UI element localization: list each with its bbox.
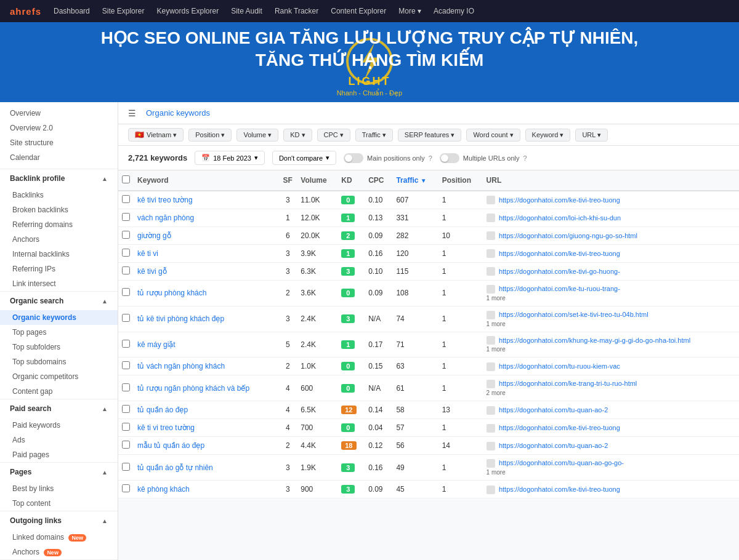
sidebar-item-backlinks[interactable]: Backlinks — [0, 188, 118, 202]
row-cpc-4: 0.10 — [365, 263, 392, 281]
nav-keywords-explorer[interactable]: Keywords Explorer — [156, 7, 219, 15]
filter-traffic[interactable]: Traffic ▾ — [355, 129, 393, 142]
row-kd-6: 3 — [337, 306, 365, 332]
hero-banner: HỌC SEO ONLINE GIA TĂNG LƯU LƯỢNG TRUY C… — [0, 22, 739, 102]
sidebar-item-content-gap[interactable]: Content gap — [0, 384, 118, 399]
main-positions-toggle[interactable] — [344, 153, 363, 163]
sidebar-section-organic-header[interactable]: Organic search ▲ — [0, 292, 118, 310]
sidebar-item-top-subdomains[interactable]: Top subdomains — [0, 354, 118, 369]
row-checkbox-10[interactable] — [118, 401, 134, 419]
nav-more[interactable]: More ▾ — [398, 7, 421, 15]
row-kd-5: 0 — [337, 281, 365, 306]
col-volume[interactable]: Volume — [297, 170, 337, 191]
col-traffic[interactable]: Traffic ▼ — [392, 170, 438, 191]
sidebar-item-overview[interactable]: Overview — [0, 106, 118, 121]
row-traffic-14: 45 — [392, 481, 438, 498]
col-keyword[interactable]: Keyword — [134, 170, 278, 191]
sidebar-section-pages-header[interactable]: Pages ▲ — [0, 463, 118, 481]
keywords-table: Keyword SF Volume KD CPC Traffic ▼ Posit… — [118, 170, 739, 498]
filter-keyword[interactable]: Keyword ▾ — [525, 129, 571, 142]
row-url-5: https://dogonhatoi.com/ke-tu-ruou-trang-… — [483, 281, 739, 306]
row-sf-10: 4 — [278, 401, 297, 419]
nav-site-audit[interactable]: Site Audit — [231, 7, 262, 15]
col-cpc[interactable]: CPC — [365, 170, 392, 191]
row-sf-2: 6 — [278, 227, 297, 245]
sidebar-item-referring-domains[interactable]: Referring domains — [0, 217, 118, 232]
nav-content-explorer[interactable]: Content Explorer — [331, 7, 386, 15]
row-volume-9: 600 — [297, 375, 337, 401]
row-checkbox-1[interactable] — [118, 209, 134, 227]
filter-volume[interactable]: Volume ▾ — [236, 129, 278, 142]
row-cpc-13: 0.16 — [365, 455, 392, 481]
row-checkbox-13[interactable] — [118, 455, 134, 481]
sidebar-item-link-intersect[interactable]: Link intersect — [0, 276, 118, 291]
row-keyword-8: tủ vách ngăn phòng khách — [134, 358, 278, 375]
row-sf-4: 3 — [278, 263, 297, 281]
sidebar-section-outgoing-header[interactable]: Outgoing links ▲ — [0, 511, 118, 530]
col-url[interactable]: URL — [483, 170, 739, 191]
sidebar-item-organic-keywords[interactable]: Organic keywords — [0, 310, 118, 325]
filter-serp[interactable]: SERP features ▾ — [398, 129, 462, 142]
row-checkbox-4[interactable] — [118, 263, 134, 281]
row-checkbox-0[interactable] — [118, 191, 134, 209]
sidebar-section-backlink-header[interactable]: Backlink profile ▲ — [0, 169, 118, 188]
filter-vietnam[interactable]: 🇻🇳 Vietnam ▾ — [128, 128, 184, 142]
filter-position[interactable]: Position ▾ — [188, 129, 232, 142]
sidebar-item-site-structure[interactable]: Site structure — [0, 135, 118, 150]
col-kd[interactable]: KD — [337, 170, 365, 191]
row-position-12: 14 — [438, 437, 483, 455]
url-more: 1 more — [487, 295, 506, 302]
row-checkbox-5[interactable] — [118, 281, 134, 306]
main-positions-help-icon[interactable]: ? — [429, 154, 432, 162]
filter-kd[interactable]: KD ▾ — [283, 129, 312, 142]
sidebar-item-top-pages[interactable]: Top pages — [0, 325, 118, 340]
nav-site-explorer[interactable]: Site Explorer — [102, 7, 145, 15]
row-checkbox-3[interactable] — [118, 245, 134, 263]
multiple-urls-help-icon[interactable]: ? — [523, 154, 527, 162]
multiple-urls-toggle[interactable] — [440, 153, 459, 163]
sub-nav: ☰ Organic keywords — [118, 102, 739, 124]
row-checkbox-8[interactable] — [118, 358, 134, 375]
sidebar-item-paid-keywords[interactable]: Paid keywords — [0, 418, 118, 433]
row-checkbox-14[interactable] — [118, 481, 134, 498]
hero-title: HỌC SEO ONLINE GIA TĂNG LƯU LƯỢNG TRUY C… — [101, 27, 639, 72]
date-picker-button[interactable]: 📅 18 Feb 2023 ▾ — [195, 151, 265, 165]
sidebar-item-referring-ips[interactable]: Referring IPs — [0, 262, 118, 276]
sidebar-item-ads[interactable]: Ads — [0, 433, 118, 447]
row-checkbox-6[interactable] — [118, 306, 134, 332]
nav-rank-tracker[interactable]: Rank Tracker — [275, 7, 318, 15]
sidebar-item-overview2[interactable]: Overview 2.0 — [0, 121, 118, 135]
col-sf[interactable]: SF — [278, 170, 297, 191]
row-checkbox-12[interactable] — [118, 437, 134, 455]
sidebar-section-paid-header[interactable]: Paid search ▲ — [0, 399, 118, 418]
sidebar-item-best-by-links[interactable]: Best by links — [0, 481, 118, 496]
select-all-checkbox-header[interactable] — [118, 170, 134, 191]
sidebar-item-top-content[interactable]: Top content — [0, 496, 118, 511]
col-position[interactable]: Position — [438, 170, 483, 191]
row-sf-1: 1 — [278, 209, 297, 227]
row-checkbox-11[interactable] — [118, 419, 134, 437]
row-checkbox-7[interactable] — [118, 332, 134, 358]
row-checkbox-9[interactable] — [118, 375, 134, 401]
sidebar-item-paid-pages[interactable]: Paid pages — [0, 447, 118, 462]
row-url-12: https://dogonhatoi.com/tu-quan-ao-2 — [483, 437, 739, 455]
filter-cpc[interactable]: CPC ▾ — [317, 129, 350, 142]
sidebar-item-calendar[interactable]: Calendar — [0, 150, 118, 165]
nav-academy[interactable]: Academy IO — [434, 7, 474, 15]
hamburger-icon[interactable]: ☰ — [128, 108, 136, 118]
favicon-icon — [487, 249, 495, 258]
sidebar-item-broken-backlinks[interactable]: Broken backlinks — [0, 202, 118, 217]
sidebar-item-internal-backlinks[interactable]: Internal backlinks — [0, 247, 118, 262]
sidebar-item-linked-domains[interactable]: Linked domains New — [0, 530, 118, 545]
sidebar-item-anchors[interactable]: Anchors — [0, 232, 118, 247]
filter-url[interactable]: URL ▾ — [575, 129, 608, 142]
compare-button[interactable]: Don't compare ▾ — [272, 151, 336, 165]
row-cpc-1: 0.13 — [365, 209, 392, 227]
sidebar-item-organic-competitors[interactable]: Organic competitors — [0, 369, 118, 384]
sidebar-item-top-subfolders[interactable]: Top subfolders — [0, 340, 118, 354]
row-checkbox-2[interactable] — [118, 227, 134, 245]
filter-word-count[interactable]: Word count ▾ — [466, 129, 520, 142]
sidebar-item-outgoing-anchors[interactable]: Anchors New — [0, 545, 118, 559]
row-sf-0: 3 — [278, 191, 297, 209]
nav-dashboard[interactable]: Dashboard — [54, 7, 90, 15]
